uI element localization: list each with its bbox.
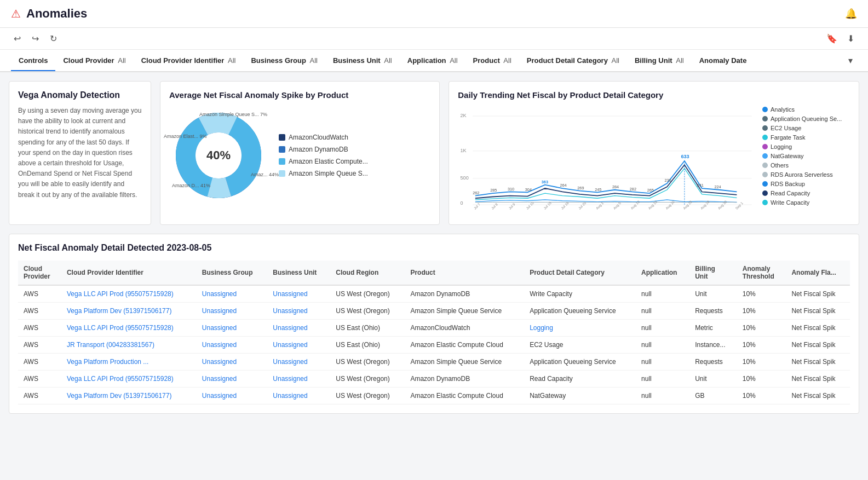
bg-link[interactable]: Unassigned [202,375,237,383]
donut-label-elastic: Amazon Elast... 9% [164,134,207,139]
identifier-link[interactable]: Vega LLC API Prod (955075715928) [67,375,174,383]
col-anomaly-flag: Anomaly Fla... [786,261,850,285]
filter-product-detail-category[interactable]: Product Detail Category All [519,51,627,71]
table-row: AWS Vega LLC API Prod (955075715928) Una… [18,371,850,388]
bu-link[interactable]: Unassigned [273,358,307,366]
anomaly-table: CloudProvider Cloud Provider Identifier … [18,261,850,404]
legend-dot-logging [762,144,768,149]
cell-cloud-region: US West (Oregon) [330,354,405,371]
table-header-row: CloudProvider Cloud Provider Identifier … [18,261,850,285]
filter-cloud-provider-identifier[interactable]: Cloud Provider Identifier All [134,51,244,71]
svg-text:236: 236 [665,178,671,183]
bu-link[interactable]: Unassigned [273,392,307,400]
identifier-link[interactable]: Vega LLC API Prod (955075715928) [67,290,174,298]
legend-fargate: Fargate Task [762,134,850,141]
bg-link[interactable]: Unassigned [202,290,237,298]
cell-cloud-region: US West (Oregon) [330,371,405,388]
cell-application: null [636,388,689,404]
filter-anomaly-date[interactable]: Anomaly Date [692,51,755,71]
cell-cloud-provider: AWS [18,354,61,371]
cell-cloud-provider: AWS [18,320,61,337]
cell-product: Amazon Elastic Compute Cloud [405,388,524,404]
cell-anomaly-flag: Net Fiscal Spik [786,320,850,337]
donut-label-sqs: Amazon Simple Queue S... 7% [199,112,267,117]
bu-link[interactable]: Unassigned [273,324,307,332]
identifier-link[interactable]: Vega Platform Dev (513971506177) [67,307,171,315]
donut-chart-card: Average Net Fiscal Anomaly Spike by Prod… [160,81,440,225]
table-header: CloudProvider Cloud Provider Identifier … [18,261,850,285]
legend-text-app-queueing: Application Queueing Se... [771,115,842,122]
filter-application[interactable]: Application All [400,51,465,71]
legend-text-rds-aurora: RDS Aurora Serverless [771,171,833,178]
cell-cloud-provider: AWS [18,337,61,354]
identifier-link[interactable]: Vega Platform Dev (513971506177) [67,392,171,400]
trending-legend: Analytics Application Queueing Se... EC2… [762,106,850,216]
cell-product: Amazon Elastic Compute Cloud [405,337,524,354]
legend-rds-aurora: RDS Aurora Serverless [762,171,850,178]
cell-business-unit: Unassigned [267,285,330,303]
legend-text-natgateway: NatGateway [771,153,804,159]
svg-text:245: 245 [595,187,601,192]
filter-controls[interactable]: Controls [11,51,55,71]
svg-text:304: 304 [525,187,532,192]
notification-bell-icon[interactable]: 🔔 [845,8,857,20]
svg-text:241: 241 [697,183,704,188]
cell-anomaly-threshold: 10% [737,371,786,388]
svg-text:269: 269 [578,186,584,190]
identifier-link[interactable]: Vega Platform Production ... [67,358,148,366]
cell-product: AmazonCloudWatch [405,320,524,337]
legend-dot-app-queueing [762,116,768,122]
filter-business-group[interactable]: Business Group All [243,51,325,71]
filter-business-unit[interactable]: Business Unit All [325,51,400,71]
filter-product[interactable]: Product All [465,51,519,71]
table-row: AWS Vega LLC API Prod (955075715928) Una… [18,320,850,337]
cell-business-unit: Unassigned [267,320,330,337]
cell-cloud-provider: AWS [18,388,61,404]
cell-cloud-provider: AWS [18,371,61,388]
identifier-link[interactable]: Vega LLC API Prod (955075715928) [67,324,174,332]
legend-read-capacity: Read Capacity [762,190,850,196]
bu-link[interactable]: Unassigned [273,341,307,349]
cell-billing-unit: Requests [689,354,737,371]
bg-link[interactable]: Unassigned [202,392,237,400]
legend-label-dynamodb: Amazon DynamoDB [289,146,348,153]
cell-anomaly-flag: Net Fiscal Spik [786,371,850,388]
vega-card-title: Vega Anomaly Detection [18,90,142,100]
bu-link[interactable]: Unassigned [273,375,307,383]
redo-button[interactable]: ↻ [47,32,60,45]
legend-dot-others [762,163,768,168]
cell-cloud-region: US West (Oregon) [330,388,405,404]
bu-link[interactable]: Unassigned [273,307,307,315]
col-cloud-provider: CloudProvider [18,261,61,285]
bu-link[interactable]: Unassigned [273,290,307,298]
col-business-group: Business Group [197,261,268,285]
cell-business-unit: Unassigned [267,303,330,320]
legend-cloudwatch: AmazonCloudWatch [279,134,368,141]
undo-back-button[interactable]: ↩ [11,32,24,45]
table-row: AWS JR Transport (004283381567) Unassign… [18,337,850,354]
bg-link[interactable]: Unassigned [202,358,237,366]
undo-button[interactable]: ↪ [29,32,42,45]
bg-link[interactable]: Unassigned [202,324,237,332]
download-button[interactable]: ⬇ [844,32,857,45]
bg-link[interactable]: Unassigned [202,307,237,315]
bookmark-button[interactable]: 🔖 [824,32,840,45]
table-row: AWS Vega LLC API Prod (955075715928) Una… [18,285,850,303]
table-title: Net Fiscal Anomaly Detail Detected 2023-… [18,243,850,253]
cell-business-unit: Unassigned [267,337,330,354]
identifier-link[interactable]: JR Transport (004283381567) [67,341,154,349]
cell-product-detail: Application Queueing Service [524,354,636,371]
cell-anomaly-flag: Net Fiscal Spik [786,388,850,404]
cell-cloud-region: US East (Ohio) [330,337,405,354]
cell-cloud-provider: AWS [18,303,61,320]
col-application: Application [636,261,689,285]
filter-billing-unit[interactable]: Billing Unit All [627,51,692,71]
svg-text:500: 500 [461,175,469,181]
cell-anomaly-flag: Net Fiscal Spik [786,285,850,303]
filter-cloud-provider[interactable]: Cloud Provider All [55,51,133,71]
cell-identifier: Vega LLC API Prod (955075715928) [61,285,197,303]
filter-dropdown-icon[interactable]: ▾ [844,50,857,71]
product-detail-link[interactable]: Logging [530,324,553,332]
cell-business-group: Unassigned [197,285,268,303]
bg-link[interactable]: Unassigned [202,341,237,349]
